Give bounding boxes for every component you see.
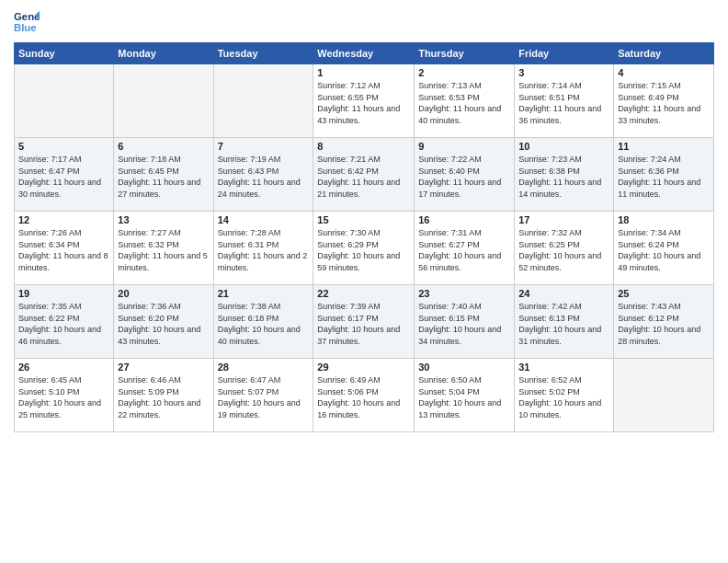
calendar-cell: 10Sunrise: 7:23 AM Sunset: 6:38 PM Dayli… — [515, 138, 614, 212]
calendar-cell: 27Sunrise: 6:46 AM Sunset: 5:09 PM Dayli… — [114, 359, 213, 432]
page: GeneralBlue SundayMondayTuesdayWednesday… — [0, 0, 728, 563]
cell-info-text: Sunrise: 7:42 AM Sunset: 6:13 PM Dayligh… — [518, 301, 609, 347]
weekday-header-tuesday: Tuesday — [213, 43, 313, 64]
calendar-cell: 20Sunrise: 7:36 AM Sunset: 6:20 PM Dayli… — [114, 285, 213, 359]
cell-date-number: 23 — [418, 288, 510, 299]
cell-info-text: Sunrise: 7:35 AM Sunset: 6:22 PM Dayligh… — [18, 301, 109, 347]
calendar-cell: 30Sunrise: 6:50 AM Sunset: 5:04 PM Dayli… — [415, 359, 515, 432]
cell-info-text: Sunrise: 7:27 AM Sunset: 6:32 PM Dayligh… — [118, 227, 209, 273]
svg-text:General: General — [14, 11, 40, 22]
calendar-cell: 17Sunrise: 7:32 AM Sunset: 6:25 PM Dayli… — [515, 212, 614, 285]
cell-info-text: Sunrise: 7:13 AM Sunset: 6:53 PM Dayligh… — [418, 80, 510, 126]
calendar-cell: 9Sunrise: 7:22 AM Sunset: 6:40 PM Daylig… — [415, 138, 515, 212]
cell-date-number: 18 — [618, 214, 710, 225]
calendar-cell: 31Sunrise: 6:52 AM Sunset: 5:02 PM Dayli… — [515, 359, 614, 432]
cell-info-text: Sunrise: 7:17 AM Sunset: 6:47 PM Dayligh… — [18, 154, 109, 200]
calendar-cell: 15Sunrise: 7:30 AM Sunset: 6:29 PM Dayli… — [313, 212, 415, 285]
cell-date-number: 26 — [18, 362, 109, 373]
calendar-cell: 7Sunrise: 7:19 AM Sunset: 6:43 PM Daylig… — [213, 138, 313, 212]
cell-info-text: Sunrise: 7:32 AM Sunset: 6:25 PM Dayligh… — [518, 227, 609, 273]
cell-info-text: Sunrise: 7:19 AM Sunset: 6:43 PM Dayligh… — [218, 154, 310, 200]
calendar-cell: 1Sunrise: 7:12 AM Sunset: 6:55 PM Daylig… — [313, 64, 415, 138]
cell-date-number: 12 — [18, 214, 109, 225]
weekday-header-monday: Monday — [114, 43, 213, 64]
weekday-header-wednesday: Wednesday — [313, 43, 415, 64]
cell-date-number: 25 — [618, 288, 710, 299]
calendar-cell: 2Sunrise: 7:13 AM Sunset: 6:53 PM Daylig… — [415, 64, 515, 138]
logo: GeneralBlue — [14, 9, 40, 35]
cell-info-text: Sunrise: 7:31 AM Sunset: 6:27 PM Dayligh… — [418, 227, 510, 273]
cell-date-number: 2 — [418, 67, 510, 78]
cell-date-number: 17 — [518, 214, 609, 225]
calendar-table: SundayMondayTuesdayWednesdayThursdayFrid… — [14, 42, 714, 432]
calendar-cell: 16Sunrise: 7:31 AM Sunset: 6:27 PM Dayli… — [415, 212, 515, 285]
calendar-cell — [114, 64, 213, 138]
logo-icon: GeneralBlue — [14, 9, 40, 35]
cell-info-text: Sunrise: 7:30 AM Sunset: 6:29 PM Dayligh… — [317, 227, 410, 273]
cell-date-number: 7 — [218, 141, 310, 152]
header: GeneralBlue — [14, 9, 714, 35]
cell-info-text: Sunrise: 7:24 AM Sunset: 6:36 PM Dayligh… — [618, 154, 710, 200]
calendar-cell — [15, 64, 114, 138]
cell-info-text: Sunrise: 7:22 AM Sunset: 6:40 PM Dayligh… — [418, 154, 510, 200]
cell-info-text: Sunrise: 7:21 AM Sunset: 6:42 PM Dayligh… — [317, 154, 410, 200]
cell-info-text: Sunrise: 7:36 AM Sunset: 6:20 PM Dayligh… — [118, 301, 209, 347]
weekday-header-saturday: Saturday — [614, 43, 714, 64]
cell-date-number: 13 — [118, 214, 209, 225]
calendar-cell: 26Sunrise: 6:45 AM Sunset: 5:10 PM Dayli… — [15, 359, 114, 432]
calendar-cell: 11Sunrise: 7:24 AM Sunset: 6:36 PM Dayli… — [614, 138, 714, 212]
calendar-cell: 12Sunrise: 7:26 AM Sunset: 6:34 PM Dayli… — [15, 212, 114, 285]
cell-date-number: 29 — [317, 362, 410, 373]
weekday-header-friday: Friday — [515, 43, 614, 64]
calendar-cell: 19Sunrise: 7:35 AM Sunset: 6:22 PM Dayli… — [15, 285, 114, 359]
calendar-cell: 22Sunrise: 7:39 AM Sunset: 6:17 PM Dayli… — [313, 285, 415, 359]
cell-date-number: 11 — [618, 141, 710, 152]
cell-date-number: 4 — [618, 67, 710, 78]
cell-info-text: Sunrise: 7:18 AM Sunset: 6:45 PM Dayligh… — [118, 154, 209, 200]
calendar-cell: 13Sunrise: 7:27 AM Sunset: 6:32 PM Dayli… — [114, 212, 213, 285]
cell-info-text: Sunrise: 7:39 AM Sunset: 6:17 PM Dayligh… — [317, 301, 410, 347]
cell-date-number: 10 — [518, 141, 609, 152]
cell-info-text: Sunrise: 7:34 AM Sunset: 6:24 PM Dayligh… — [618, 227, 710, 273]
cell-info-text: Sunrise: 6:45 AM Sunset: 5:10 PM Dayligh… — [18, 374, 109, 420]
cell-date-number: 28 — [218, 362, 310, 373]
cell-info-text: Sunrise: 7:26 AM Sunset: 6:34 PM Dayligh… — [18, 227, 109, 273]
calendar-cell: 23Sunrise: 7:40 AM Sunset: 6:15 PM Dayli… — [415, 285, 515, 359]
calendar-cell: 6Sunrise: 7:18 AM Sunset: 6:45 PM Daylig… — [114, 138, 213, 212]
calendar-cell: 3Sunrise: 7:14 AM Sunset: 6:51 PM Daylig… — [515, 64, 614, 138]
calendar-cell: 8Sunrise: 7:21 AM Sunset: 6:42 PM Daylig… — [313, 138, 415, 212]
cell-info-text: Sunrise: 6:47 AM Sunset: 5:07 PM Dayligh… — [218, 374, 310, 420]
weekday-header-thursday: Thursday — [415, 43, 515, 64]
cell-info-text: Sunrise: 7:28 AM Sunset: 6:31 PM Dayligh… — [218, 227, 310, 273]
calendar-week-row: 1Sunrise: 7:12 AM Sunset: 6:55 PM Daylig… — [15, 64, 714, 138]
cell-info-text: Sunrise: 7:14 AM Sunset: 6:51 PM Dayligh… — [518, 80, 609, 126]
cell-date-number: 19 — [18, 288, 109, 299]
calendar-cell: 4Sunrise: 7:15 AM Sunset: 6:49 PM Daylig… — [614, 64, 714, 138]
weekday-header-row: SundayMondayTuesdayWednesdayThursdayFrid… — [15, 43, 714, 64]
calendar-cell — [614, 359, 714, 432]
calendar-week-row: 19Sunrise: 7:35 AM Sunset: 6:22 PM Dayli… — [15, 285, 714, 359]
calendar-cell: 21Sunrise: 7:38 AM Sunset: 6:18 PM Dayli… — [213, 285, 313, 359]
cell-info-text: Sunrise: 7:12 AM Sunset: 6:55 PM Dayligh… — [317, 80, 410, 126]
cell-date-number: 5 — [18, 141, 109, 152]
cell-date-number: 6 — [118, 141, 209, 152]
cell-date-number: 21 — [218, 288, 310, 299]
cell-date-number: 8 — [317, 141, 410, 152]
calendar-week-row: 26Sunrise: 6:45 AM Sunset: 5:10 PM Dayli… — [15, 359, 714, 432]
calendar-cell: 5Sunrise: 7:17 AM Sunset: 6:47 PM Daylig… — [15, 138, 114, 212]
cell-info-text: Sunrise: 6:52 AM Sunset: 5:02 PM Dayligh… — [518, 374, 609, 420]
cell-date-number: 15 — [317, 214, 410, 225]
calendar-cell: 25Sunrise: 7:43 AM Sunset: 6:12 PM Dayli… — [614, 285, 714, 359]
cell-info-text: Sunrise: 7:15 AM Sunset: 6:49 PM Dayligh… — [618, 80, 710, 126]
cell-date-number: 1 — [317, 67, 410, 78]
svg-text:Blue: Blue — [14, 22, 37, 33]
cell-date-number: 27 — [118, 362, 209, 373]
weekday-header-sunday: Sunday — [15, 43, 114, 64]
cell-date-number: 20 — [118, 288, 209, 299]
cell-date-number: 30 — [418, 362, 510, 373]
calendar-cell: 29Sunrise: 6:49 AM Sunset: 5:06 PM Dayli… — [313, 359, 415, 432]
cell-info-text: Sunrise: 7:40 AM Sunset: 6:15 PM Dayligh… — [418, 301, 510, 347]
cell-info-text: Sunrise: 6:46 AM Sunset: 5:09 PM Dayligh… — [118, 374, 209, 420]
cell-date-number: 24 — [518, 288, 609, 299]
calendar-week-row: 12Sunrise: 7:26 AM Sunset: 6:34 PM Dayli… — [15, 212, 714, 285]
